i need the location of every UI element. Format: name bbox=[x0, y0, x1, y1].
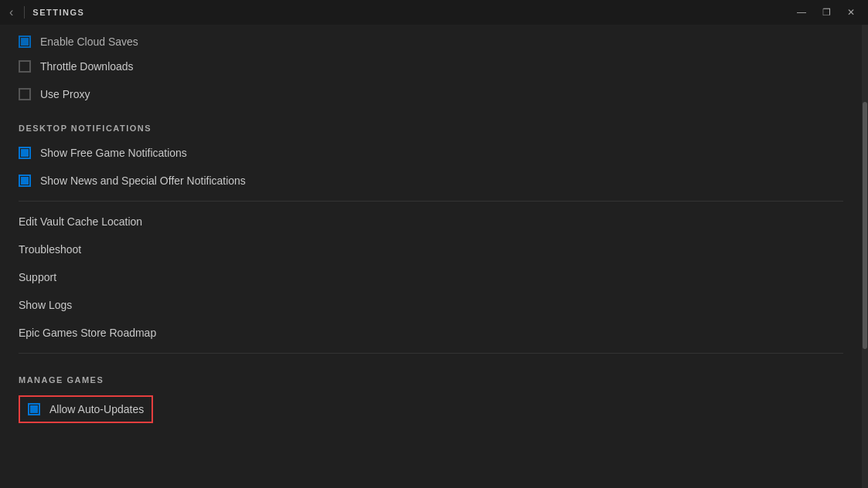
support-link[interactable]: Support bbox=[19, 263, 843, 291]
page-title: SETTINGS bbox=[32, 8, 84, 17]
edit-vault-cache-link[interactable]: Edit Vault Cache Location bbox=[19, 208, 843, 236]
free-game-notifications-checkbox[interactable] bbox=[19, 147, 31, 159]
news-notifications-label: Show News and Special Offer Notification… bbox=[40, 175, 246, 187]
minimize-button[interactable]: — bbox=[791, 2, 812, 23]
free-game-notifications-label: Show Free Game Notifications bbox=[40, 147, 187, 159]
throttle-downloads-row[interactable]: Throttle Downloads bbox=[19, 53, 843, 80]
close-button[interactable]: ✕ bbox=[840, 2, 862, 23]
allow-auto-updates-row[interactable]: Allow Auto-Updates bbox=[19, 395, 153, 423]
divider-1 bbox=[19, 201, 843, 202]
desktop-notifications-header: DESKTOP NOTIFICATIONS bbox=[19, 108, 843, 139]
throttle-downloads-checkbox[interactable] bbox=[19, 60, 31, 73]
news-notifications-checkbox[interactable] bbox=[19, 175, 31, 187]
news-notifications-row[interactable]: Show News and Special Offer Notification… bbox=[19, 167, 843, 195]
show-logs-link[interactable]: Show Logs bbox=[19, 291, 843, 319]
title-bar-left: ‹ SETTINGS bbox=[6, 2, 84, 22]
restore-button[interactable]: ❐ bbox=[815, 2, 837, 23]
allow-auto-updates-checkbox[interactable] bbox=[28, 403, 40, 415]
allow-auto-updates-label: Allow Auto-Updates bbox=[49, 403, 144, 415]
use-proxy-checkbox[interactable] bbox=[19, 88, 31, 100]
free-game-notifications-row[interactable]: Show Free Game Notifications bbox=[19, 139, 843, 167]
settings-panel: Enable Cloud Saves Throttle Downloads Us… bbox=[0, 25, 862, 488]
throttle-downloads-label: Throttle Downloads bbox=[40, 60, 134, 73]
scrollbar-thumb[interactable] bbox=[863, 102, 867, 349]
enable-cloud-saves-checkbox[interactable] bbox=[19, 36, 31, 48]
scrollbar[interactable] bbox=[862, 25, 868, 488]
use-proxy-label: Use Proxy bbox=[40, 88, 90, 100]
enable-cloud-saves-row[interactable]: Enable Cloud Saves bbox=[19, 31, 843, 53]
window-controls: — ❐ ✕ bbox=[791, 2, 862, 23]
main-content: Enable Cloud Saves Throttle Downloads Us… bbox=[0, 25, 868, 488]
manage-games-header: MANAGE GAMES bbox=[19, 360, 843, 391]
enable-cloud-saves-label: Enable Cloud Saves bbox=[40, 36, 138, 48]
title-bar: ‹ SETTINGS — ❐ ✕ bbox=[0, 0, 868, 25]
back-button[interactable]: ‹ bbox=[6, 2, 16, 22]
use-proxy-row[interactable]: Use Proxy bbox=[19, 80, 843, 108]
troubleshoot-link[interactable]: Troubleshoot bbox=[19, 236, 843, 263]
divider-2 bbox=[19, 353, 843, 354]
epic-roadmap-link[interactable]: Epic Games Store Roadmap bbox=[19, 319, 843, 347]
title-divider bbox=[24, 6, 25, 19]
